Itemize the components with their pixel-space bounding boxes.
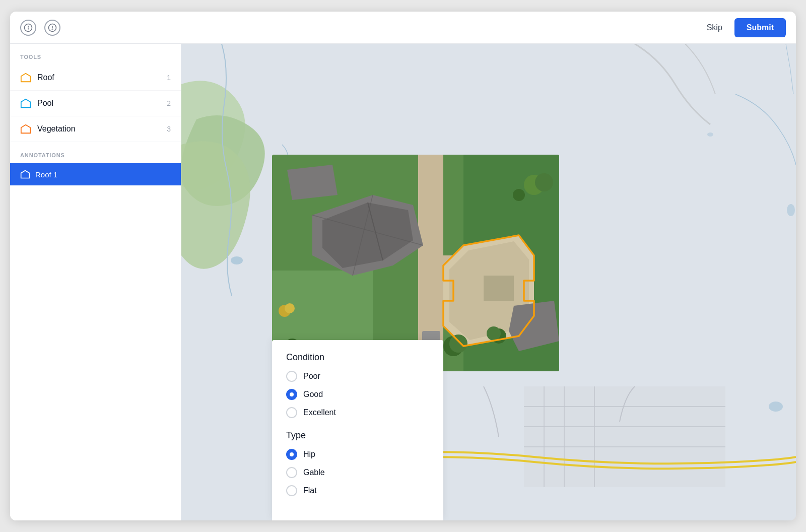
type-hip-item[interactable]: Hip — [286, 449, 429, 460]
type-gable-item[interactable]: Gable — [286, 467, 429, 478]
condition-title: Condition — [286, 352, 429, 363]
svg-point-21 — [707, 132, 713, 137]
vegetation-count: 3 — [167, 125, 171, 133]
type-hip-label: Hip — [303, 450, 315, 459]
pool-label: Pool — [37, 99, 53, 108]
condition-poor-item[interactable]: Poor — [286, 371, 429, 382]
type-flat-radio[interactable] — [286, 485, 297, 496]
warning-icon[interactable] — [44, 20, 60, 36]
vegetation-icon — [20, 123, 31, 135]
type-gable-radio[interactable] — [286, 467, 297, 478]
svg-marker-9 — [21, 171, 30, 178]
vegetation-label: Vegetation — [37, 124, 76, 134]
map-area[interactable]: Condition Poor Good Excellen — [181, 44, 796, 520]
sidebar: TOOLS Roof 1 — [10, 44, 181, 520]
svg-point-13 — [769, 402, 783, 412]
svg-point-12 — [787, 204, 795, 216]
condition-excellent-radio[interactable] — [286, 407, 297, 418]
svg-marker-6 — [21, 74, 30, 82]
svg-point-38 — [449, 335, 467, 353]
svg-point-51 — [285, 303, 295, 313]
svg-point-11 — [231, 256, 243, 264]
type-gable-label: Gable — [303, 468, 325, 477]
roof-label: Roof — [37, 73, 54, 82]
header: Skip Submit — [10, 12, 796, 44]
svg-rect-49 — [422, 331, 440, 341]
condition-poor-label: Poor — [303, 372, 320, 381]
pool-count: 2 — [167, 99, 171, 107]
svg-point-5 — [52, 29, 53, 29]
annotations-label: ANNOTATIONS — [10, 152, 181, 163]
svg-rect-35 — [484, 276, 514, 301]
popup-panel: Condition Poor Good Excellen — [272, 340, 443, 520]
info-icon[interactable] — [20, 20, 36, 36]
type-title: Type — [286, 430, 429, 441]
pool-icon — [20, 98, 31, 109]
annotation-item-roof1[interactable]: Roof 1 — [10, 163, 181, 185]
body: TOOLS Roof 1 — [10, 44, 796, 520]
svg-marker-8 — [21, 125, 30, 134]
svg-point-42 — [535, 173, 553, 191]
header-left — [20, 20, 60, 36]
tool-left-roof: Roof — [20, 72, 54, 83]
annotation-roof1-icon — [20, 169, 30, 179]
condition-good-radio[interactable] — [286, 389, 297, 400]
type-radio-group: Hip Gable Flat — [286, 449, 429, 496]
annotation-roof1-label: Roof 1 — [35, 170, 57, 179]
svg-rect-14 — [524, 386, 725, 487]
svg-point-43 — [513, 189, 525, 201]
tools-label: TOOLS — [10, 54, 181, 65]
sidebar-item-roof[interactable]: Roof 1 — [10, 65, 181, 91]
svg-marker-7 — [21, 99, 30, 108]
roof-icon — [20, 72, 31, 83]
svg-point-40 — [487, 326, 501, 341]
condition-poor-radio[interactable] — [286, 371, 297, 382]
roof-count: 1 — [167, 74, 171, 82]
type-hip-radio[interactable] — [286, 449, 297, 460]
condition-excellent-item[interactable]: Excellent — [286, 407, 429, 418]
submit-button[interactable]: Submit — [734, 18, 786, 37]
condition-good-item[interactable]: Good — [286, 389, 429, 400]
condition-radio-group: Poor Good Excellent — [286, 371, 429, 418]
type-flat-item[interactable]: Flat — [286, 485, 429, 496]
skip-button[interactable]: Skip — [701, 19, 728, 36]
svg-marker-32 — [287, 165, 338, 200]
condition-excellent-label: Excellent — [303, 408, 336, 417]
tool-left-vegetation: Vegetation — [20, 123, 76, 135]
tools-section: TOOLS Roof 1 — [10, 44, 181, 142]
tool-left-pool: Pool — [20, 98, 53, 109]
annotations-section: ANNOTATIONS Roof 1 — [10, 142, 181, 520]
aerial-svg — [272, 155, 559, 371]
condition-good-label: Good — [303, 390, 323, 399]
type-flat-label: Flat — [303, 486, 317, 495]
aerial-image — [272, 155, 559, 371]
sidebar-item-pool[interactable]: Pool 2 — [10, 91, 181, 116]
sidebar-item-vegetation[interactable]: Vegetation 3 — [10, 116, 181, 142]
header-right: Skip Submit — [701, 18, 786, 37]
